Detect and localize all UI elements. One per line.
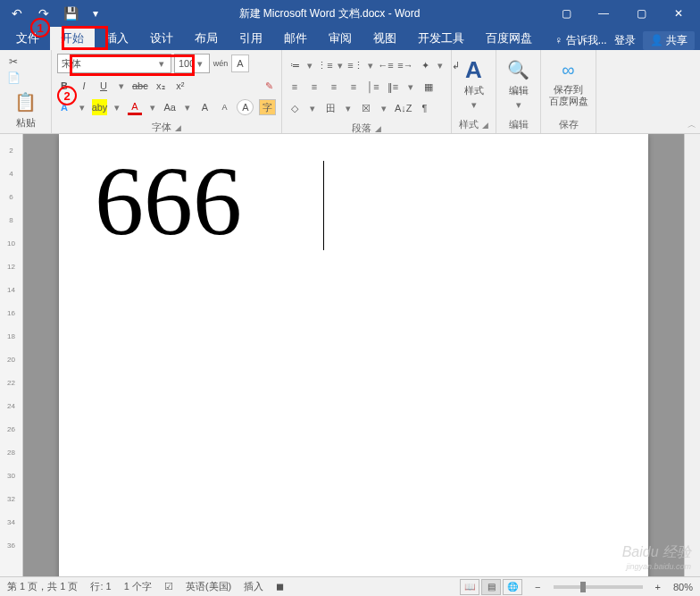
enclose-char-button[interactable]: A <box>237 99 254 115</box>
font-size-input[interactable]: 100▾ <box>174 54 210 73</box>
web-layout-button[interactable]: 🌐 <box>503 579 522 595</box>
back-icon[interactable]: ↶ <box>7 4 27 23</box>
tab-layout[interactable]: 布局 <box>184 27 229 50</box>
grow-font-button[interactable]: A <box>197 99 212 115</box>
tell-me-input[interactable]: ♀ 告诉我... <box>554 33 606 48</box>
paragraph-marks-button[interactable]: ¶ <box>418 100 432 116</box>
italic-button[interactable]: I <box>77 78 91 94</box>
save-icon[interactable]: 💾 <box>61 4 80 23</box>
editing-label: 编辑 <box>509 84 529 97</box>
underline-button[interactable]: U <box>96 78 111 94</box>
paragraph-launcher[interactable]: ◢ <box>375 124 381 133</box>
align-justify-button[interactable]: ≡ <box>346 79 361 95</box>
highlight-button[interactable]: aby <box>92 99 107 115</box>
editing-group: 🔍 编辑 ▾ 编辑 <box>496 50 541 133</box>
phonetic-guide-button[interactable]: wén <box>212 55 229 71</box>
align-center-button[interactable]: ≡ <box>307 79 321 95</box>
cut-icon[interactable]: ✂ <box>5 54 21 70</box>
page-viewport[interactable]: 666 <box>23 134 684 576</box>
superscript-button[interactable]: x² <box>173 78 188 94</box>
align-right-button[interactable]: ≡ <box>327 79 341 95</box>
zoom-level[interactable]: 80% <box>673 582 693 592</box>
shrink-font-button[interactable]: A <box>217 99 231 115</box>
vertical-ruler[interactable]: 2 4 6 8 10 12 14 16 18 20 22 24 26 28 30… <box>0 134 23 576</box>
insert-mode[interactable]: 插入 <box>244 580 263 593</box>
text-effects-button[interactable]: A <box>57 99 71 115</box>
tab-home[interactable]: 开始 <box>50 27 95 50</box>
share-button[interactable]: 👤 共享 <box>643 31 695 50</box>
paste-label: 粘贴 <box>16 116 36 130</box>
maximize-button[interactable]: ▢ <box>623 1 659 26</box>
numbering-button[interactable]: ⋮≡ <box>318 57 332 73</box>
word-count[interactable]: 1 个字 <box>124 580 152 593</box>
styles-launcher[interactable]: ◢ <box>482 121 488 130</box>
increase-indent-button[interactable]: ≡→ <box>398 57 412 73</box>
macro-record-icon[interactable]: ◼ <box>276 581 284 592</box>
close-button[interactable]: ✕ <box>661 1 696 26</box>
language-status[interactable]: 英语(美国) <box>186 580 231 593</box>
ribbon-display-icon[interactable]: ▢ <box>548 1 584 26</box>
zoom-slider-thumb[interactable] <box>580 582 586 592</box>
font-name-input[interactable]: 宋体▾ <box>57 54 171 73</box>
change-case-button[interactable]: Aa <box>162 99 177 115</box>
minimize-button[interactable]: — <box>586 1 621 26</box>
font-group-label: 字体 ◢ <box>57 119 276 134</box>
ruler-mark: 10 <box>0 239 22 263</box>
paste-button[interactable]: 📋 粘贴 <box>5 86 46 133</box>
tab-file[interactable]: 文件 <box>5 27 50 50</box>
ribbon: ✂ 📄 📋 粘贴 剪贴板 ◢ 宋体▾ 100▾ wén A B I U <box>0 50 700 134</box>
read-mode-button[interactable]: 📖 <box>460 579 479 595</box>
char-background-button[interactable]: 字 <box>259 99 276 115</box>
subscript-button[interactable]: x₂ <box>154 78 168 94</box>
styles-group: A 样式 ▾ 样式 ◢ <box>452 50 496 133</box>
align-left-button[interactable]: ≡ <box>288 79 302 95</box>
shading-button[interactable]: ▦ <box>421 79 436 95</box>
char-border-button[interactable]: A <box>231 55 249 72</box>
login-link[interactable]: 登录 <box>614 33 636 48</box>
tab-insert[interactable]: 插入 <box>95 27 139 50</box>
tabs-button[interactable]: ☒ <box>359 100 373 116</box>
copy-icon[interactable]: 📄 <box>5 70 21 86</box>
print-layout-button[interactable]: ▤ <box>481 579 501 595</box>
document-text[interactable]: 666 <box>95 152 612 250</box>
zoom-in-button[interactable]: + <box>655 582 661 592</box>
tab-mailings[interactable]: 邮件 <box>273 27 318 50</box>
font-color-button[interactable]: A <box>128 99 142 115</box>
paragraph-group-label: 段落 ◢ <box>288 120 446 135</box>
editing-group-label: 编辑 <box>502 116 535 131</box>
styles-button[interactable]: A 样式 ▾ <box>457 54 490 116</box>
page-status[interactable]: 第 1 页，共 1 页 <box>7 580 78 593</box>
tab-developer[interactable]: 开发工具 <box>407 27 475 50</box>
baidu-save-button[interactable]: ∞ 保存到 百度网盘 <box>546 54 590 116</box>
bullets-button[interactable]: ≔ <box>288 57 302 73</box>
clear-format-button[interactable]: ✎ <box>262 78 276 94</box>
document-page[interactable]: 666 <box>59 134 648 576</box>
editing-button[interactable]: 🔍 编辑 ▾ <box>502 54 535 116</box>
tab-view[interactable]: 视图 <box>362 27 407 50</box>
asian-layout-button[interactable]: ✦ <box>418 57 432 73</box>
collapse-ribbon-button[interactable]: ︿ <box>688 119 696 131</box>
proofing-status[interactable]: ☑ <box>164 581 173 592</box>
multilevel-button[interactable]: ≡⋮ <box>348 57 362 73</box>
distribute-button[interactable]: │≡ <box>366 79 380 95</box>
baidu-group-label: 保存 <box>546 116 590 131</box>
line-status[interactable]: 行: 1 <box>90 580 111 593</box>
tab-baidu[interactable]: 百度网盘 <box>475 27 543 50</box>
tab-design[interactable]: 设计 <box>139 27 184 50</box>
decrease-indent-button[interactable]: ←≡ <box>379 57 393 73</box>
line-spacing-button[interactable]: ‖≡ <box>386 79 400 95</box>
zoom-slider[interactable] <box>554 585 643 589</box>
strikethrough-button[interactable]: abc <box>132 78 148 94</box>
zoom-out-button[interactable]: − <box>535 582 540 592</box>
tab-review[interactable]: 审阅 <box>318 27 362 50</box>
tab-references[interactable]: 引用 <box>229 27 273 50</box>
shading-fill-button[interactable]: ◇ <box>288 100 302 116</box>
qat-customize-icon[interactable]: ▾ <box>88 5 104 21</box>
font-launcher[interactable]: ◢ <box>175 123 181 132</box>
sort-button[interactable]: A↓Z <box>395 100 412 116</box>
borders-button[interactable]: 田 <box>323 100 338 116</box>
redo-icon[interactable]: ↷ <box>34 4 54 23</box>
vertical-scrollbar[interactable] <box>684 134 700 576</box>
clipboard-group: ✂ 📄 📋 粘贴 剪贴板 ◢ <box>0 50 52 133</box>
bold-button[interactable]: B <box>57 78 71 94</box>
